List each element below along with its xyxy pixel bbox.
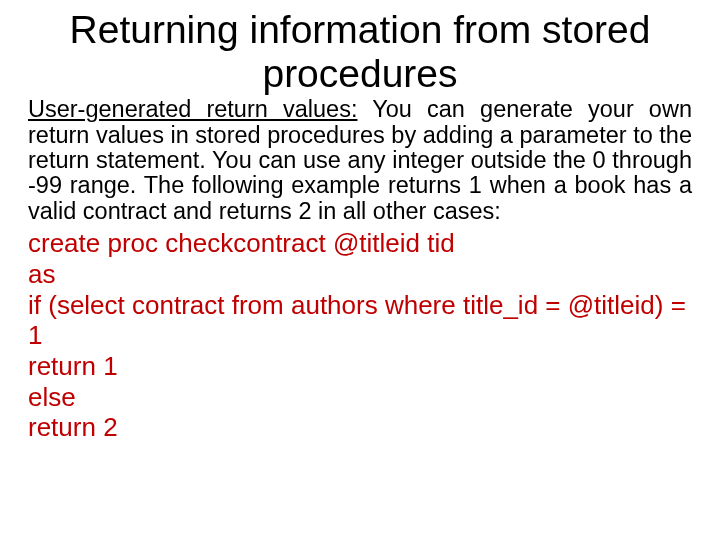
code-line-4: return 1 xyxy=(28,351,692,382)
code-line-6: return 2 xyxy=(28,412,692,443)
slide-title: Returning information from stored proced… xyxy=(68,8,652,95)
body-paragraph: User-generated return values: You can ge… xyxy=(28,97,692,224)
code-line-5: else xyxy=(28,382,692,413)
slide: Returning information from stored proced… xyxy=(0,0,720,540)
code-block: create proc checkcontract @titleid tid a… xyxy=(28,228,692,443)
lead-phrase: User-generated return values: xyxy=(28,96,357,122)
code-line-1: create proc checkcontract @titleid tid xyxy=(28,228,692,259)
code-line-3: if (select contract from authors where t… xyxy=(28,290,692,351)
code-line-2: as xyxy=(28,259,692,290)
